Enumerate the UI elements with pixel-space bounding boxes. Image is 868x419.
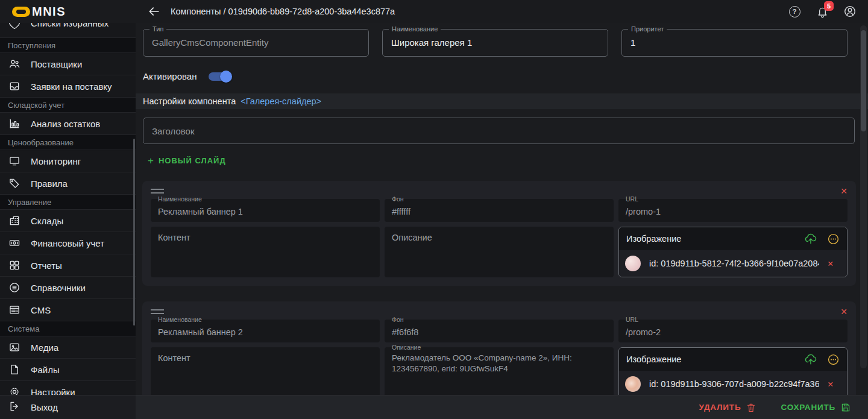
sidebar-item-label: Правила	[31, 178, 68, 189]
image-box-title: Изображение	[626, 354, 804, 364]
sidebar-item-reports[interactable]: Отчеты	[0, 254, 136, 277]
slide-bg-value[interactable]: #f6f6f8	[385, 320, 614, 337]
sidebar-section-label: Ценообразование	[8, 138, 74, 147]
upload-cloud-icon[interactable]	[804, 353, 817, 366]
app-window: MNIS Компоненты / 019d90d6-bb89-72d8-a20…	[0, 0, 868, 419]
activated-toggle[interactable]	[209, 72, 230, 81]
sidebar-item-directories[interactable]: Справочники	[0, 277, 136, 299]
sidebar-item-logout[interactable]: Выход	[0, 395, 136, 419]
sidebar: Списки избранных Поступления Поставщики …	[0, 23, 136, 419]
component-type-link[interactable]: <Галерея-слайдер>	[241, 96, 321, 106]
sidebar-item-cms[interactable]: CMS	[0, 299, 136, 321]
slide-content-placeholder: Контент	[151, 227, 380, 248]
name-field[interactable]: Наименование Широкая галерея 1	[382, 29, 608, 57]
slide-card-2: ✕ Наименование Рекламный баннер 2 Фон #f…	[142, 301, 856, 395]
header-breadcrumb-area: Компоненты / 019d90d6-bb89-72d8-a200-3ba…	[136, 4, 787, 19]
type-field-label: Тип	[149, 25, 166, 34]
main-content: Тип GalleryCmsComponentEntity Наименован…	[136, 23, 868, 395]
slide-image-box: Изображение id: 019d911b-9306-707d-a009-…	[618, 347, 848, 395]
slide-description-textarea[interactable]: Описание Рекламодатель ООО «Company-name…	[385, 347, 614, 395]
more-options-icon[interactable]	[827, 353, 840, 366]
more-options-icon[interactable]	[827, 233, 840, 245]
sidebar-item-label: Склады	[31, 216, 63, 226]
sidebar-item-supply-requests[interactable]: Заявки на поставку	[0, 75, 136, 98]
help-button[interactable]: ?	[787, 4, 802, 19]
slide-name-field[interactable]: Наименование Рекламный баннер 2	[151, 320, 380, 342]
image-box-actions	[804, 353, 840, 366]
sidebar-item-label: Анализ остатков	[31, 119, 100, 129]
brand-logo[interactable]: MNIS	[0, 5, 136, 19]
save-button[interactable]: СОХРАНИТЬ	[781, 402, 851, 413]
priority-field[interactable]: Приоритет 1	[621, 29, 848, 57]
image-id-text: id: 019d911b-5812-74f2-b366-9f10e07a2084	[649, 259, 819, 268]
remove-image-button[interactable]: ✕	[828, 380, 838, 389]
sidebar-item-financial-accounting[interactable]: Финансовый учет	[0, 232, 136, 254]
slide-url-field[interactable]: URL /promo-2	[618, 320, 848, 342]
priority-field-label: Приоритет	[628, 25, 667, 34]
main-scrollbar[interactable]	[860, 25, 867, 368]
slide-description-label: Описание	[392, 344, 421, 351]
back-arrow-icon	[148, 5, 160, 17]
remove-slide-button[interactable]: ✕	[840, 307, 848, 316]
sidebar-item-label: Файлы	[31, 365, 60, 375]
slide-card-head: ✕	[151, 306, 848, 317]
sidebar-scrollbar[interactable]	[133, 139, 135, 326]
slide-bg-label: Фон	[392, 316, 404, 323]
banknote-icon	[8, 237, 20, 249]
image-box-header: Изображение	[619, 227, 847, 250]
sidebar-item-rules[interactable]: Правила	[0, 172, 136, 195]
sidebar-item-warehouses[interactable]: Склады	[0, 210, 136, 232]
scrollbar-thumb[interactable]	[861, 30, 866, 131]
sidebar-item-label: Поставщики	[31, 59, 82, 69]
slide-bg-field[interactable]: Фон #ffffff	[385, 199, 614, 222]
sidebar-item-settings[interactable]: Настройки	[0, 381, 136, 395]
delete-button[interactable]: УДАЛИТЬ	[699, 402, 756, 413]
slide-bg-value[interactable]: #ffffff	[385, 199, 614, 216]
back-button[interactable]	[146, 4, 161, 19]
image-thumbnail[interactable]	[625, 376, 641, 392]
upload-cloud-icon[interactable]	[804, 232, 817, 245]
slide-name-field[interactable]: Наименование Рекламный баннер 1	[151, 199, 380, 222]
slide-bg-field[interactable]: Фон #f6f6f8	[385, 320, 614, 342]
sidebar-item-suppliers[interactable]: Поставщики	[0, 53, 136, 75]
sidebar-item-label: Справочники	[31, 283, 86, 293]
slide-content-textarea[interactable]: Контент	[151, 227, 380, 277]
slide-bg-label: Фон	[392, 195, 404, 203]
plus-icon: +	[148, 157, 154, 165]
slide-content-textarea[interactable]: Контент	[151, 347, 380, 395]
account-button[interactable]	[843, 4, 857, 19]
slide-url-value[interactable]: /promo-1	[618, 199, 848, 216]
notifications-badge: 5	[824, 1, 834, 11]
sidebar-item-stock-analysis[interactable]: Анализ остатков	[0, 113, 136, 135]
remove-image-button[interactable]: ✕	[828, 259, 838, 268]
drag-handle-icon[interactable]	[151, 189, 164, 194]
sidebar-item-media[interactable]: Медиа	[0, 336, 136, 359]
drag-handle-icon[interactable]	[151, 309, 164, 314]
main-panel: Тип GalleryCmsComponentEntity Наименован…	[136, 23, 868, 419]
slide-url-value[interactable]: /promo-2	[618, 320, 848, 337]
slider-title-placeholder[interactable]: Заголовок	[143, 118, 854, 136]
sidebar-section-label: Поступления	[8, 41, 55, 50]
sidebar-item-files[interactable]: Файлы	[0, 359, 136, 381]
slide-description-textarea[interactable]: Описание	[385, 227, 614, 277]
slide-description-value[interactable]: Рекламодатель ООО «Company-name 2», ИНН:…	[385, 347, 614, 380]
cms-icon	[8, 304, 20, 316]
slide-image-box: Изображение id: 019d911b-5812-74f2-b366-…	[618, 227, 848, 277]
sidebar-section-label: Складской учет	[8, 101, 64, 110]
new-slide-button-label: НОВЫЙ СЛАЙД	[159, 156, 226, 165]
save-button-label: СОХРАНИТЬ	[781, 403, 835, 412]
sidebar-section-pricing: Ценообразование	[0, 135, 136, 150]
new-slide-button[interactable]: + НОВЫЙ СЛАЙД	[148, 156, 226, 165]
image-thumbnail[interactable]	[625, 256, 641, 271]
slide-card-head: ✕	[151, 186, 848, 197]
sidebar-item-label: Медиа	[31, 342, 58, 353]
notifications-button[interactable]: 5	[815, 4, 829, 19]
remove-slide-button[interactable]: ✕	[840, 187, 848, 195]
sidebar-item-favorites-lists[interactable]: Списки избранных	[0, 23, 136, 38]
sidebar-item-monitoring[interactable]: Мониторинг	[0, 150, 136, 172]
sidebar-nav: Списки избранных Поступления Поставщики …	[0, 23, 136, 395]
slider-title-field[interactable]: Заголовок	[143, 118, 855, 144]
sidebar-section-warehouse-accounting: Складской учет	[0, 98, 136, 113]
image-id-text: id: 019d911b-9306-707d-a009-b22c94f7a365	[649, 379, 819, 389]
slide-url-field[interactable]: URL /promo-1	[618, 199, 848, 222]
